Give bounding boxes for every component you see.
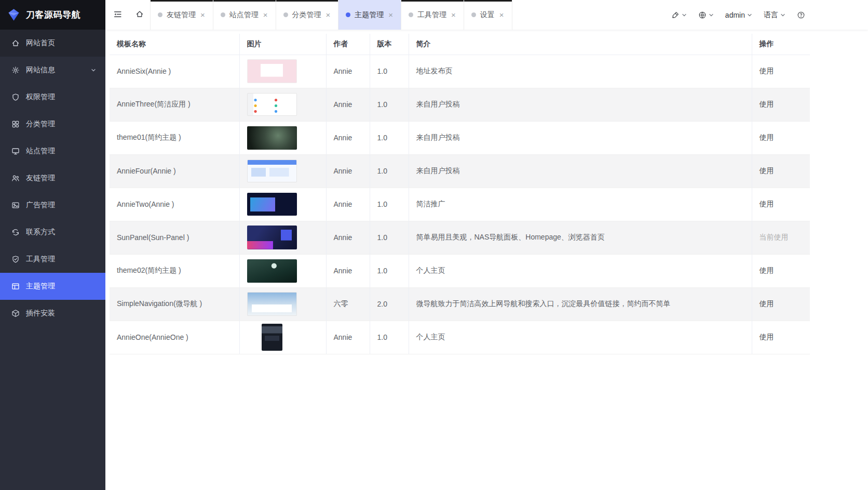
sidebar-item-label: 插件安装 [26,309,55,318]
close-icon[interactable]: × [326,11,331,19]
template-name-cell: AnnieOne(AnnieOne ) [110,321,239,354]
use-button[interactable]: 使用 [760,100,774,108]
template-name-cell: theme02(简约主题 ) [110,254,239,287]
globe-icon [698,11,707,19]
col-author: 作者 [326,34,370,55]
sidebar-item-sites[interactable]: 站点管理 [0,138,105,165]
template-name-cell: AnnieSix(Annie ) [110,55,239,88]
sidebar-item-label: 友链管理 [26,174,55,183]
template-image-cell [239,221,326,254]
use-button[interactable]: 使用 [760,133,774,141]
tab-category-management[interactable]: 分类管理 × [276,0,339,30]
globe-dropdown[interactable] [694,0,718,30]
template-image-cell [239,154,326,188]
table-row: theme01(简约主题 ) Annie 1.0 来自用户投稿 使用 [110,121,810,154]
template-name-cell: SunPanel(Sun-Panel ) [110,221,239,254]
collapse-sidebar-button[interactable] [105,0,129,30]
close-icon[interactable]: × [200,11,206,19]
description-cell: 个人主页 [409,254,752,287]
user-dropdown[interactable]: admin [721,0,757,30]
template-thumbnail[interactable] [247,93,297,116]
sidebar-item-label: 网站首页 [26,38,55,48]
sidebar-item-label: 站点管理 [26,147,55,156]
tab-dot [283,12,288,17]
image-icon [11,201,20,209]
chevron-down-icon [91,68,96,73]
version-cell: 1.0 [370,254,409,287]
author-cell: Annie [326,55,370,88]
sidebar-item-plugins[interactable]: 插件安装 [0,300,105,327]
sidebar-item-themes[interactable]: 主题管理 [0,273,105,300]
thumbnail-wrap [247,324,297,351]
help-button[interactable] [792,0,810,30]
sidebar-item-categories[interactable]: 分类管理 [0,111,105,138]
sidebar-item-permissions[interactable]: 权限管理 [0,84,105,111]
description-cell: 个人主页 [409,321,752,354]
use-button[interactable]: 使用 [760,67,774,75]
sidebar-item-site-info[interactable]: 网站信息 [0,57,105,84]
template-name-cell: AnnieFour(Annie ) [110,154,239,188]
tab-site-management[interactable]: 站点管理 × [213,0,276,30]
topbar: 友链管理 × 站点管理 × 分类管理 × 主题管理 × [105,0,868,30]
sidebar-item-tools[interactable]: 工具管理 [0,246,105,273]
table-row: SunPanel(Sun-Panel ) Annie 1.0 简单易用且美观，N… [110,221,810,254]
tab-theme-management[interactable]: 主题管理 × [338,0,401,30]
users-icon [11,174,20,182]
action-cell: 使用 [752,321,810,354]
template-thumbnail[interactable] [247,259,297,283]
use-button[interactable]: 使用 [760,200,774,208]
sidebar-item-home[interactable]: 网站首页 [0,30,105,57]
themes-table: 模板名称 图片 作者 版本 简介 操作 AnnieSix(Annie ) [110,34,810,354]
description-cell: 来自用户投稿 [409,121,752,154]
close-icon[interactable]: × [388,11,394,19]
sidebar-item-friend-links[interactable]: 友链管理 [0,165,105,192]
language-dropdown[interactable]: 语言 [759,0,790,30]
tab-label: 主题管理 [355,10,384,20]
close-icon[interactable]: × [263,11,268,19]
home-icon [135,10,144,20]
template-thumbnail[interactable] [247,160,297,182]
use-button[interactable]: 使用 [760,333,774,341]
tab-label: 工具管理 [417,10,446,20]
template-thumbnail[interactable] [247,226,297,249]
tab-dot [471,12,476,17]
shield-icon [11,93,20,101]
use-button[interactable]: 使用 [760,166,774,175]
template-thumbnail[interactable] [247,59,297,83]
template-image-cell [239,287,326,321]
table-header-row: 模板名称 图片 作者 版本 简介 操作 [110,34,810,55]
version-cell: 2.0 [370,287,409,321]
thumbnail-wrap [247,259,297,283]
close-icon[interactable]: × [499,11,505,19]
template-name-cell: AnnieTwo(Annie ) [110,188,239,221]
use-button[interactable]: 使用 [760,299,774,308]
tab-friend-link-management[interactable]: 友链管理 × [150,0,213,30]
sidebar-item-contact[interactable]: 联系方式 [0,219,105,246]
table-body: AnnieSix(Annie ) Annie 1.0 地址发布页 使用 [110,55,810,354]
description-cell: 简单易用且美观，NAS导航面板、Homepage、浏览器首页 [409,221,752,254]
template-name-cell: theme01(简约主题 ) [110,121,239,154]
sidebar-item-label: 联系方式 [26,228,55,237]
use-button[interactable]: 使用 [760,266,774,274]
template-thumbnail[interactable] [262,324,282,351]
table-row: theme02(简约主题 ) Annie 1.0 个人主页 使用 [110,254,810,287]
template-thumbnail[interactable] [247,126,297,150]
close-icon[interactable]: × [451,11,456,19]
tab-settings[interactable]: 设置 × [464,0,512,30]
template-image-cell [239,55,326,88]
thumbnail-wrap [247,160,297,182]
tab-tool-management[interactable]: 工具管理 × [401,0,464,30]
sidebar-item-label: 工具管理 [26,255,55,264]
version-cell: 1.0 [370,188,409,221]
home-button[interactable] [129,0,150,30]
template-thumbnail[interactable] [247,193,297,216]
skin-dropdown[interactable] [667,0,691,30]
action-cell: 使用 [752,88,810,121]
template-thumbnail[interactable] [247,292,297,316]
template-name-cell: AnnieThree(简洁应用 ) [110,88,239,121]
tab-bar: 友链管理 × 站点管理 × 分类管理 × 主题管理 × [150,0,512,30]
sidebar-item-ads[interactable]: 广告管理 [0,192,105,219]
thumbnail-wrap [247,59,297,83]
thumbnail-wrap [247,226,297,249]
author-cell: Annie [326,154,370,188]
